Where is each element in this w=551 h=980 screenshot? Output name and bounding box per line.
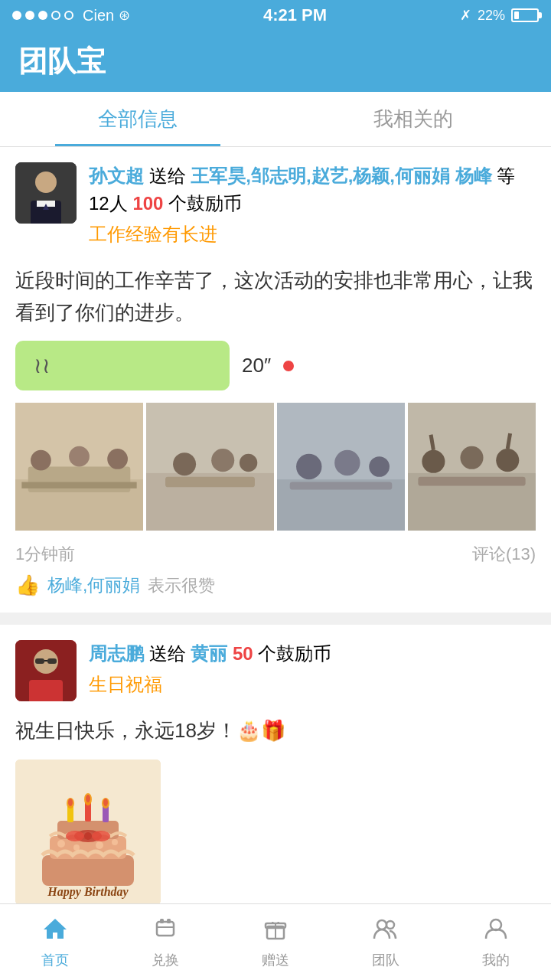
nav-home[interactable]: 首页 (0, 904, 110, 980)
svg-point-1 (35, 172, 57, 193)
post-header-1: 孙文超 送给 王军昊,邹志明,赵艺,杨颖,何丽娟 杨峰 等12人 100 个鼓励… (15, 162, 536, 254)
voice-message-1[interactable]: ≀≀ 20″ (15, 341, 536, 390)
svg-rect-11 (21, 482, 136, 488)
nav-me[interactable]: 我的 (441, 904, 551, 980)
svg-line-31 (507, 433, 510, 449)
svg-point-68 (377, 920, 386, 929)
svg-line-30 (431, 435, 433, 450)
svg-text:Happy Birthday: Happy Birthday (47, 885, 129, 899)
app-header: 团队宝 (0, 31, 551, 92)
svg-rect-34 (29, 680, 63, 701)
nav-exchange-label: 兑换 (152, 951, 179, 969)
birthday-card-image: Happy Birthday (15, 760, 161, 905)
svg-rect-62 (160, 919, 164, 923)
svg-point-58 (112, 839, 118, 845)
action-verb-2: 送给 (149, 643, 191, 664)
svg-rect-29 (418, 477, 525, 486)
post-time-1: 1分钟前 (15, 543, 75, 566)
signal-dots (12, 11, 73, 20)
svg-point-50 (68, 799, 73, 806)
svg-point-9 (69, 446, 90, 467)
gift-icon (262, 916, 289, 948)
svg-point-27 (460, 446, 483, 469)
coin-count-2: 50 (233, 643, 253, 664)
bluetooth-icon: ✗ (460, 7, 471, 24)
battery-icon (511, 8, 539, 22)
nav-me-label: 我的 (482, 951, 510, 969)
svg-point-54 (103, 799, 108, 806)
category-label-2: 生日祝福 (89, 672, 536, 697)
nav-team[interactable]: 团队 (331, 904, 441, 980)
svg-point-45 (84, 832, 92, 840)
signal-dot-4 (51, 11, 60, 20)
avatar-2 (15, 640, 77, 701)
images-grid-1 (15, 403, 536, 531)
bottom-nav: 首页 兑换 赠送 (0, 903, 551, 980)
etc-label-1: 等 (497, 165, 515, 186)
birthday-card-svg: Happy Birthday (15, 760, 161, 905)
post-image-2[interactable] (146, 403, 274, 531)
svg-point-52 (86, 795, 90, 802)
post-footer-1: 1分钟前 评论(13) (15, 543, 536, 566)
wifi-icon: ⊛ (119, 7, 130, 24)
status-time: 4:21 PM (263, 5, 327, 25)
signal-dot-2 (25, 11, 34, 20)
action-verb-1: 送给 (149, 165, 191, 186)
svg-point-16 (240, 454, 257, 472)
tab-mine[interactable]: 我相关的 (276, 92, 551, 146)
svg-point-57 (96, 841, 103, 849)
post-card-1: 孙文超 送给 王军昊,邹志明,赵艺,杨颖,何丽娟 杨峰 等12人 100 个鼓励… (0, 147, 551, 612)
likers-1: 杨峰,何丽娟 (47, 573, 140, 597)
signal-dot-3 (38, 11, 47, 20)
like-suffix-1: 表示很赞 (148, 574, 215, 597)
svg-rect-35 (35, 658, 44, 664)
category-label-1: 工作经验有长进 (89, 222, 536, 247)
svg-point-22 (369, 456, 390, 477)
sender-name-2: 周志鹏 (89, 643, 144, 664)
svg-point-8 (31, 450, 51, 471)
signal-dot-1 (12, 11, 21, 20)
feed-container: 孙文超 送给 王军昊,邹志明,赵艺,杨颖,何丽娟 杨峰 等12人 100 个鼓励… (0, 147, 551, 980)
svg-point-14 (173, 452, 196, 475)
voice-record-dot (283, 361, 294, 371)
tab-all[interactable]: 全部信息 (0, 92, 276, 146)
svg-point-15 (211, 449, 234, 472)
post-image-4[interactable] (408, 403, 536, 531)
svg-point-10 (107, 449, 128, 469)
voice-duration-1: 20″ (242, 354, 271, 377)
svg-point-55 (57, 840, 65, 848)
avatar-2-image (15, 640, 77, 701)
nav-exchange[interactable]: 兑换 (110, 904, 220, 980)
recipient-2: 黄丽 (191, 643, 227, 664)
post-action-2: 周志鹏 送给 黄丽 50 个鼓励币 (89, 640, 536, 668)
post-image-3[interactable] (277, 403, 405, 531)
home-icon (42, 916, 68, 948)
post-meta-2: 周志鹏 送给 黄丽 50 个鼓励币 生日祝福 (89, 640, 536, 704)
svg-point-43 (66, 831, 84, 841)
battery-fill (514, 11, 519, 19)
svg-rect-61 (157, 922, 174, 936)
avatar-1-image (15, 162, 77, 224)
nav-team-label: 团队 (372, 951, 399, 969)
tab-bar: 全部信息 我相关的 (0, 92, 551, 147)
nav-home-label: 首页 (41, 951, 69, 969)
post-header-2: 周志鹏 送给 黄丽 50 个鼓励币 生日祝福 (15, 640, 536, 704)
me-icon (483, 916, 509, 948)
team-icon (373, 916, 399, 948)
voice-wave-icon: ≀≀ (34, 353, 51, 378)
voice-bubble-1[interactable]: ≀≀ (15, 341, 230, 390)
post-image-1[interactable] (15, 403, 143, 531)
post-comment-1[interactable]: 评论(13) (472, 543, 536, 566)
svg-rect-63 (167, 919, 171, 923)
post-text-2: 祝生日快乐，永远18岁！🎂🎁 (15, 715, 536, 747)
signal-dot-5 (64, 11, 73, 20)
post-meta-1: 孙文超 送给 王军昊,邹志明,赵艺,杨颖,何丽娟 杨峰 等12人 100 个鼓励… (89, 162, 536, 254)
coin-count-1: 100 (132, 193, 163, 214)
nav-gift[interactable]: 赠送 (220, 904, 331, 980)
svg-point-26 (422, 450, 445, 473)
svg-point-28 (496, 449, 519, 472)
status-left: Cien ⊛ (12, 7, 130, 24)
like-icon-1[interactable]: 👍 (15, 573, 40, 597)
svg-point-21 (334, 450, 360, 475)
battery-percent: 22% (478, 8, 505, 24)
